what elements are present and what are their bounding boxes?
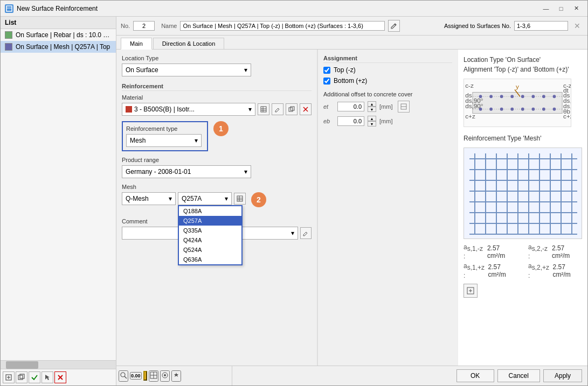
settings-btn[interactable] — [171, 370, 181, 382]
step-1-indicator: 1 — [213, 121, 229, 136]
value-btn[interactable]: 0.00 — [130, 372, 142, 380]
product-range-dropdown[interactable]: Germany - 2008-01-01 ▾ — [122, 165, 251, 178]
top-checkbox-row: Top (-z) — [323, 66, 452, 74]
svg-point-41 — [521, 108, 524, 111]
minimize-button[interactable]: — — [539, 3, 553, 14]
color-btn[interactable] — [143, 371, 147, 381]
tab-main[interactable]: Main — [121, 38, 152, 50]
svg-rect-59 — [464, 148, 582, 239]
material-copy-btn[interactable] — [286, 103, 298, 115]
svg-rect-11 — [261, 107, 266, 112]
eb-down-btn[interactable]: ▼ — [368, 121, 376, 127]
product-range-label: Product range — [122, 157, 312, 163]
stat-label-1: as,1,-z : — [464, 243, 485, 260]
grid-btn[interactable] — [149, 370, 158, 382]
stat-row-4: as,2,+z : 2.57 cm²/m — [528, 262, 582, 279]
mesh-value-dropdown[interactable]: Q257A ▾ — [178, 192, 232, 205]
content-area: Location Type On Surface ▾ Reinforcement… — [116, 50, 587, 366]
mesh-value-arrow: ▾ — [225, 195, 228, 202]
svg-text:y: y — [516, 83, 519, 90]
mesh-type-dropdown[interactable]: Q-Mesh ▾ — [122, 192, 176, 205]
svg-marker-7 — [45, 375, 50, 380]
new-item-button[interactable] — [3, 371, 15, 383]
svg-point-87 — [164, 374, 166, 376]
svg-point-81 — [121, 373, 125, 377]
material-dropdown[interactable]: 3 - B500S(B) | Isotr... ▾ — [122, 103, 255, 116]
material-edit-btn[interactable] — [272, 103, 283, 115]
eb-label: eb — [323, 118, 334, 124]
et-up-btn[interactable]: ▲ — [368, 101, 376, 107]
top-checkbox[interactable] — [323, 67, 330, 74]
comment-arrow: ▾ — [291, 229, 294, 237]
list-item[interactable]: On Surface | Rebar | ds : 10.0 m... — [1, 29, 116, 41]
location-type-section: Location Type On Surface ▾ — [122, 55, 312, 76]
list-items: On Surface | Rebar | ds : 10.0 m... On S… — [1, 29, 116, 360]
mesh-option-q335a[interactable]: Q335A — [179, 226, 241, 235]
info-panel: Location Type 'On Surface' Alignment 'To… — [458, 50, 587, 366]
assigned-clear-button[interactable]: ✕ — [571, 20, 583, 32]
product-range-value: Germany - 2008-01-01 — [126, 168, 191, 176]
apply-button[interactable]: Apply — [543, 369, 582, 382]
info-location-title: Location Type 'On Surface' Alignment 'To… — [464, 55, 582, 74]
no-input[interactable] — [133, 21, 155, 31]
svg-point-30 — [500, 95, 503, 98]
material-arrow: ▾ — [248, 106, 252, 113]
et-input[interactable] — [337, 102, 364, 111]
svg-rect-5 — [18, 375, 23, 380]
eb-input[interactable] — [337, 116, 364, 126]
mesh-option-q636a[interactable]: Q636A — [179, 255, 241, 264]
svg-point-40 — [510, 108, 514, 111]
bottom-checkbox[interactable] — [323, 78, 330, 85]
stat-row-1: as,1,-z : 2.57 cm²/m — [464, 243, 517, 260]
mesh-table-btn[interactable] — [234, 193, 246, 205]
mesh-option-q188a[interactable]: Q188A — [179, 206, 241, 216]
material-label: Material — [122, 94, 312, 101]
check-button[interactable] — [29, 371, 40, 383]
stat-value-1: 2.57 cm²/m — [487, 244, 517, 259]
bottom-checkbox-label: Bottom (+z) — [334, 77, 367, 85]
stat-row-3: as,1,+z : 2.57 cm²/m — [464, 262, 517, 279]
et-pick-btn[interactable] — [398, 101, 410, 113]
duplicate-button[interactable] — [16, 371, 27, 383]
et-label: et — [323, 103, 334, 110]
svg-point-38 — [489, 108, 493, 111]
comment-edit-btn[interactable] — [300, 227, 312, 239]
location-type-dropdown[interactable]: On Surface ▾ — [122, 64, 251, 76]
mesh-option-q524a[interactable]: Q524A — [179, 245, 241, 255]
left-toolbar — [1, 369, 116, 385]
info-export-btn[interactable] — [464, 284, 478, 298]
name-edit-button[interactable] — [388, 20, 400, 32]
location-type-label: Location Type — [122, 55, 312, 61]
step-2-indicator: 2 — [251, 192, 266, 207]
tab-direction-location[interactable]: Direction & Location — [153, 38, 224, 49]
render-btn[interactable] — [160, 370, 170, 382]
cancel-button[interactable]: Cancel — [497, 369, 540, 382]
scrollbar-thumb[interactable] — [6, 361, 38, 369]
et-down-btn[interactable]: ▼ — [368, 107, 376, 112]
name-input[interactable] — [180, 21, 385, 31]
zoom-btn[interactable] — [119, 370, 128, 382]
mesh-option-q424a[interactable]: Q424A — [179, 235, 241, 245]
svg-rect-6 — [20, 374, 24, 378]
ok-button[interactable]: OK — [456, 369, 494, 382]
reinforcement-title: Reinforcement — [122, 83, 312, 91]
horizontal-scrollbar[interactable] — [1, 360, 116, 369]
delete-button[interactable] — [54, 371, 66, 383]
list-item-selected[interactable]: On Surface | Mesh | Q257A | Top — [1, 41, 116, 53]
reinforcement-type-value: Mesh — [130, 137, 146, 144]
eb-up-btn[interactable]: ▲ — [368, 116, 376, 121]
assigned-input[interactable] — [514, 21, 568, 31]
close-button[interactable]: ✕ — [569, 3, 583, 14]
material-table-btn[interactable] — [258, 103, 269, 115]
item-color-1 — [5, 31, 12, 39]
maximize-button[interactable]: □ — [554, 3, 568, 14]
reinforcement-type-dropdown[interactable]: Mesh ▾ — [126, 134, 202, 147]
pick-button[interactable] — [41, 371, 53, 383]
svg-point-29 — [489, 95, 493, 98]
material-delete-btn[interactable] — [300, 103, 312, 115]
svg-rect-26 — [473, 92, 562, 113]
mesh-option-q257a[interactable]: Q257A — [179, 216, 241, 226]
reinforcement-section: Reinforcement Material 3 - B500S(B) | Is… — [122, 83, 312, 207]
svg-point-35 — [553, 95, 556, 98]
assignment-area: Assignment Top (-z) Bottom (+z) — [318, 50, 458, 366]
